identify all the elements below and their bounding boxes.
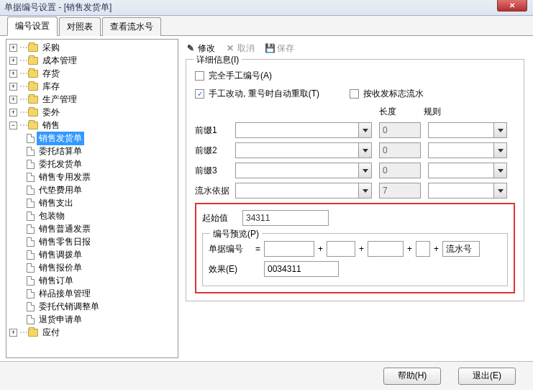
- tab-mapping[interactable]: 对照表: [59, 17, 101, 36]
- exit-button[interactable]: 退出(E): [458, 368, 516, 385]
- dropdown-icon[interactable]: [493, 143, 506, 158]
- prefix1-rule-combo[interactable]: [428, 122, 507, 138]
- auto-requery-checkbox[interactable]: ✓: [195, 89, 204, 99]
- serial-basis-label: 流水依据: [195, 185, 235, 197]
- folder-icon: [28, 96, 38, 104]
- edit-button[interactable]: ✎修改: [186, 42, 215, 55]
- result-label: 效果(E): [209, 263, 252, 275]
- doc-number-label: 单据编号: [209, 243, 252, 255]
- dropdown-icon[interactable]: [358, 123, 371, 137]
- tree-node[interactable]: 销售普通发票: [37, 222, 93, 236]
- tree-node-outsource[interactable]: 委外: [40, 106, 62, 119]
- preview-part2: [327, 241, 355, 257]
- tree-node[interactable]: 样品接单管理: [37, 287, 93, 301]
- expander-icon[interactable]: +: [9, 109, 17, 117]
- expander-icon[interactable]: −: [9, 122, 17, 129]
- help-button[interactable]: 帮助(H): [383, 368, 441, 385]
- expander-icon[interactable]: +: [9, 96, 17, 104]
- serial-basis-rule-combo[interactable]: [428, 183, 507, 199]
- tab-bar: 编号设置 对照表 查看流水号: [0, 16, 533, 36]
- category-tree[interactable]: +⋯采购 +⋯成本管理 +⋯存货 +⋯库存 +⋯生产管理 +⋯委外 −⋯销售 销…: [6, 39, 178, 358]
- manual-numbering-label: 完全手工编号(A): [209, 70, 272, 82]
- dropdown-icon[interactable]: [358, 163, 371, 178]
- tree-node-sales[interactable]: 销售: [40, 119, 62, 132]
- auto-requery-label: 手工改动, 重号时自动重取(T): [209, 88, 319, 100]
- preview-part1: [264, 241, 314, 257]
- detail-fieldset: 详细信息(I) 完全手工编号(A) ✓ 手工改动, 重号时自动重取(T) 按收发…: [186, 59, 524, 301]
- document-icon: [27, 276, 35, 286]
- expander-icon[interactable]: +: [9, 44, 17, 52]
- tree-node-cost[interactable]: 成本管理: [40, 54, 79, 68]
- window-title: 单据编号设置 - [销售发货单]: [4, 1, 111, 14]
- start-value-input[interactable]: 34311: [242, 210, 329, 226]
- dropdown-icon[interactable]: [493, 183, 506, 198]
- prefix2-rule-combo[interactable]: [428, 142, 507, 158]
- cancel-icon: ✕: [225, 43, 235, 53]
- preview-legend: 编号预览(P): [210, 228, 262, 240]
- expander-icon[interactable]: +: [9, 70, 17, 78]
- serial-basis-combo[interactable]: [235, 183, 372, 199]
- document-icon: [27, 160, 35, 169]
- dropdown-icon[interactable]: [358, 183, 371, 198]
- save-button[interactable]: 💾保存: [265, 42, 294, 55]
- length-column-header: 长度: [379, 106, 424, 118]
- folder-icon: [28, 44, 38, 52]
- tree-node[interactable]: 销售专用发票: [37, 170, 93, 184]
- window-close-button[interactable]: ✕: [497, 0, 527, 12]
- prefix3-combo[interactable]: [235, 163, 372, 178]
- highlight-region: 起始值 34311 编号预览(P) 单据编号 = + + +: [195, 203, 515, 293]
- plus-sign: +: [316, 244, 325, 254]
- detail-legend: 详细信息(I): [193, 54, 242, 66]
- document-icon: [27, 186, 35, 195]
- tree-node-payable[interactable]: 应付: [40, 326, 62, 339]
- byflag-checkbox[interactable]: [350, 89, 359, 99]
- document-icon: [27, 237, 35, 247]
- tree-node[interactable]: 销售零售日报: [37, 235, 93, 249]
- document-icon: [27, 134, 35, 143]
- prefix1-label: 前缀1: [195, 124, 235, 137]
- tab-numbering[interactable]: 编号设置: [7, 17, 58, 36]
- folder-icon: [28, 122, 38, 129]
- tree-node-production[interactable]: 生产管理: [40, 93, 79, 106]
- prefix1-combo[interactable]: [235, 122, 372, 138]
- prefix3-rule-combo[interactable]: [428, 163, 507, 178]
- tree-node-stock[interactable]: 库存: [40, 80, 62, 94]
- document-icon: [27, 173, 35, 182]
- manual-numbering-checkbox[interactable]: [195, 71, 204, 81]
- prefix2-combo[interactable]: [235, 142, 372, 158]
- tree-node[interactable]: 委托发货单: [37, 158, 84, 171]
- tree-node-sales-delivery[interactable]: 销售发货单: [37, 132, 84, 145]
- preview-serial: 流水号: [442, 241, 480, 257]
- folder-icon: [28, 57, 38, 65]
- folder-icon: [28, 109, 38, 117]
- result-value: 0034311: [264, 261, 339, 277]
- cancel-button[interactable]: ✕取消: [225, 42, 255, 55]
- document-icon: [27, 263, 35, 273]
- equals-sign: =: [253, 244, 263, 254]
- tree-node[interactable]: 代垫费用单: [37, 183, 84, 197]
- rule-column-header: 规则: [424, 106, 468, 118]
- dropdown-icon[interactable]: [358, 143, 371, 158]
- tree-node[interactable]: 委托代销调整单: [37, 300, 101, 314]
- tree-node[interactable]: 销售调拨单: [37, 248, 84, 262]
- serial-basis-length: 7: [379, 183, 421, 199]
- byflag-label: 按收发标志流水: [363, 88, 424, 100]
- tab-serial[interactable]: 查看流水号: [102, 17, 161, 36]
- dropdown-icon[interactable]: [493, 163, 506, 178]
- edit-icon: ✎: [186, 43, 196, 53]
- tree-node[interactable]: 退货申请单: [37, 313, 84, 327]
- tree-node[interactable]: 销售报价单: [37, 261, 84, 275]
- document-icon: [27, 250, 35, 260]
- document-icon: [27, 289, 35, 298]
- tree-node[interactable]: 委托结算单: [37, 145, 84, 158]
- expander-icon[interactable]: +: [9, 83, 17, 91]
- expander-icon[interactable]: +: [9, 329, 17, 337]
- tree-node[interactable]: 包装物: [37, 209, 67, 223]
- tree-node[interactable]: 销售支出: [37, 196, 76, 210]
- tree-node-inventory[interactable]: 存货: [40, 67, 62, 81]
- plus-sign: +: [405, 244, 414, 254]
- expander-icon[interactable]: +: [9, 57, 17, 65]
- tree-node-purchase[interactable]: 采购: [40, 41, 62, 55]
- dropdown-icon[interactable]: [493, 123, 506, 137]
- tree-node[interactable]: 销售订单: [37, 274, 76, 288]
